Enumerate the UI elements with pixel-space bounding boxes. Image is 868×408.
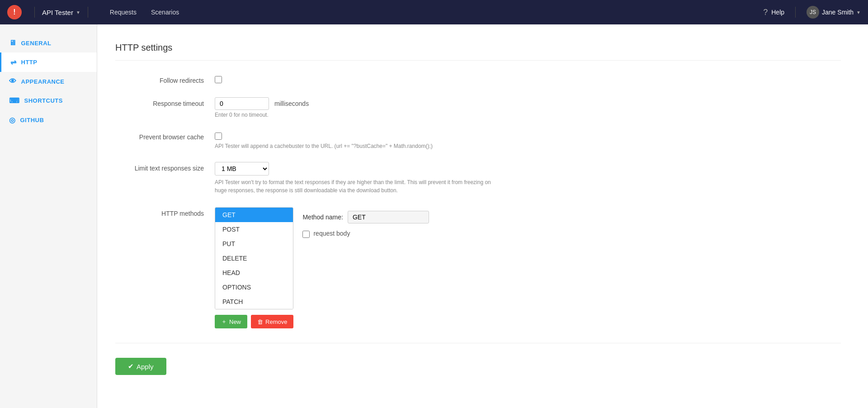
method-details: Method name: request body [302, 207, 429, 238]
follow-redirects-row: Follow redirects [115, 74, 841, 85]
method-item-options[interactable]: OPTIONS [215, 280, 293, 294]
method-name-input[interactable] [348, 211, 429, 223]
apply-button[interactable]: ✔ Apply [115, 358, 166, 375]
sidebar-item-http[interactable]: ⇌ HTTP [0, 52, 97, 72]
trash-icon: 🗑 [257, 318, 263, 325]
new-method-label: New [229, 318, 241, 325]
main-layout: 🖥 GENERAL ⇌ HTTP 👁 APPEARANCE ⌨ SHORTCUT… [0, 24, 868, 408]
method-item-head[interactable]: HEAD [215, 266, 293, 280]
nav-requests[interactable]: Requests [110, 9, 137, 16]
apply-label: Apply [137, 363, 154, 370]
brand-name: API Tester [42, 9, 73, 16]
method-name-row: Method name: [302, 211, 429, 223]
http-methods-control: GET POST PUT DELETE HEAD OPTIONS PATCH ＋… [215, 207, 841, 328]
method-name-label: Method name: [302, 213, 343, 221]
remove-method-button[interactable]: 🗑 Remove [251, 315, 293, 328]
http-methods-label: HTTP methods [115, 207, 215, 217]
limit-responses-control: 1 MB 5 MB 10 MB 50 MB Unlimited API Test… [215, 162, 841, 195]
prevent-cache-label: Prevent browser cache [115, 131, 215, 141]
prevent-cache-checkbox[interactable] [215, 133, 222, 140]
http-methods-row: HTTP methods GET POST PUT DELETE HEAD OP… [115, 207, 841, 328]
nav-divider-1 [34, 7, 35, 18]
timeout-hint: Enter 0 for no timeout. [215, 112, 841, 118]
nav-scenarios[interactable]: Scenarios [151, 9, 179, 16]
user-chevron-icon: ▼ [856, 10, 861, 15]
brand-button[interactable]: API Tester ▼ [42, 9, 80, 16]
method-item-delete[interactable]: DELETE [215, 251, 293, 266]
method-item-patch[interactable]: PATCH [215, 294, 293, 309]
methods-list-container: GET POST PUT DELETE HEAD OPTIONS PATCH ＋… [215, 207, 293, 328]
section-divider [115, 343, 841, 343]
request-body-label: request body [313, 230, 350, 237]
sidebar-item-shortcuts[interactable]: ⌨ SHORTCUTS [0, 91, 97, 110]
remove-method-label: Remove [265, 318, 287, 325]
prevent-cache-hint: API Tester will append a cachebuster to … [215, 143, 841, 149]
methods-buttons: ＋ New 🗑 Remove [215, 315, 293, 328]
limit-responses-hint: API Tester won't try to format the text … [215, 178, 495, 195]
methods-section: GET POST PUT DELETE HEAD OPTIONS PATCH ＋… [215, 207, 841, 328]
follow-redirects-control [215, 74, 841, 85]
limit-responses-row: Limit text responses size 1 MB 5 MB 10 M… [115, 162, 841, 195]
avatar: JS [807, 6, 819, 19]
sidebar-item-label-github: GITHUB [20, 117, 44, 123]
help-icon: ? [763, 8, 768, 17]
method-item-put[interactable]: PUT [215, 237, 293, 251]
eye-icon: 👁 [9, 77, 17, 85]
sidebar-item-label-http: HTTP [21, 59, 38, 66]
page-title: HTTP settings [115, 43, 841, 61]
methods-list: GET POST PUT DELETE HEAD OPTIONS PATCH [215, 207, 293, 309]
sidebar: 🖥 GENERAL ⇌ HTTP 👁 APPEARANCE ⌨ SHORTCUT… [0, 24, 97, 408]
plus-icon: ＋ [221, 318, 227, 326]
response-timeout-input[interactable] [215, 97, 269, 110]
prevent-cache-row: Prevent browser cache API Tester will ap… [115, 131, 841, 149]
method-item-post[interactable]: POST [215, 222, 293, 237]
sidebar-item-general[interactable]: 🖥 GENERAL [0, 33, 97, 52]
request-body-checkbox[interactable] [302, 231, 310, 238]
response-timeout-label: Response timeout [115, 97, 215, 107]
sidebar-item-label-shortcuts: SHORTCUTS [24, 97, 63, 104]
app-logo: ! [7, 5, 22, 19]
method-item-get[interactable]: GET [215, 208, 293, 222]
follow-redirects-label: Follow redirects [115, 74, 215, 84]
nav-help-label[interactable]: Help [771, 9, 784, 16]
sidebar-item-appearance[interactable]: 👁 APPEARANCE [0, 72, 97, 91]
new-method-button[interactable]: ＋ New [215, 315, 247, 328]
sidebar-item-label-general: GENERAL [21, 40, 52, 47]
sidebar-item-github[interactable]: ◎ GITHUB [0, 110, 97, 130]
main-navigation: Requests Scenarios [110, 9, 763, 16]
timeout-unit: milliseconds [274, 100, 309, 107]
brand-chevron-icon: ▼ [76, 10, 80, 15]
github-icon: ◎ [9, 116, 16, 124]
checkmark-icon: ✔ [128, 362, 134, 370]
nav-divider-2 [88, 7, 88, 18]
limit-responses-label: Limit text responses size [115, 162, 215, 172]
user-menu[interactable]: JS Jane Smith ▼ [807, 6, 861, 19]
monitor-icon: 🖥 [9, 39, 17, 47]
topnav-right: ? Help JS Jane Smith ▼ [763, 6, 861, 19]
sidebar-item-label-appearance: APPEARANCE [21, 78, 65, 85]
response-timeout-control: milliseconds Enter 0 for no timeout. [215, 97, 841, 118]
prevent-cache-control: API Tester will append a cachebuster to … [215, 131, 841, 149]
top-navigation: ! API Tester ▼ Requests Scenarios ? Help… [0, 0, 868, 24]
arrows-icon: ⇌ [10, 58, 17, 66]
response-timeout-row: Response timeout milliseconds Enter 0 fo… [115, 97, 841, 118]
limit-responses-select[interactable]: 1 MB 5 MB 10 MB 50 MB Unlimited [215, 162, 269, 176]
follow-redirects-checkbox[interactable] [215, 76, 222, 83]
keyboard-icon: ⌨ [9, 96, 20, 105]
main-content: HTTP settings Follow redirects Response … [97, 24, 868, 408]
request-body-row: request body [302, 229, 429, 238]
user-name: Jane Smith [822, 9, 854, 16]
nav-divider-3 [795, 7, 796, 18]
